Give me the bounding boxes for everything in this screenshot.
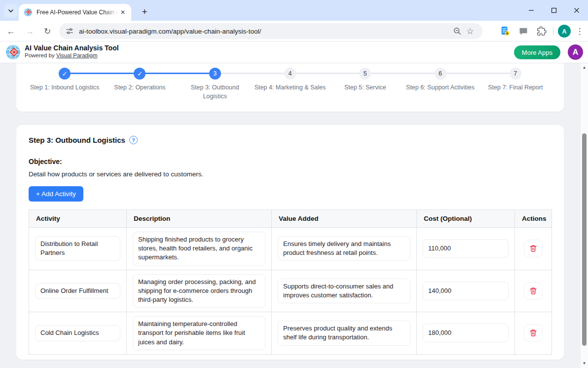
bookmark-star-icon[interactable]: ☆ bbox=[464, 25, 477, 38]
step-1-circle[interactable]: ✓ bbox=[59, 68, 71, 80]
extensions-button[interactable] bbox=[535, 24, 549, 38]
url-text[interactable]: ai-toolbox.visual-paradigm.com/app/value… bbox=[79, 28, 451, 35]
step-6-label: Step 6: Support Activities bbox=[404, 83, 478, 92]
description-input[interactable]: Managing order processing, packing, and … bbox=[133, 274, 265, 308]
stepper-step-5[interactable]: 5 Step 5: Service bbox=[328, 63, 403, 101]
stepper-step-1[interactable]: ✓ Step 1: Inbound Logistics bbox=[27, 63, 102, 101]
browser-menu-button[interactable]: ⋮ bbox=[575, 26, 584, 37]
step-3-circle[interactable]: 3 bbox=[209, 68, 221, 80]
activity-input[interactable]: Cold Chain Logistics bbox=[35, 325, 120, 341]
maximize-icon bbox=[551, 7, 557, 13]
puzzle-piece-icon bbox=[537, 26, 547, 36]
tab-search-button[interactable] bbox=[4, 4, 18, 18]
step-3-card: Step 3: Outbound Logistics ? Objective: … bbox=[16, 125, 564, 360]
browser-profile-avatar[interactable]: A bbox=[558, 25, 571, 38]
stepper-step-2[interactable]: ✓ Step 2: Operations bbox=[102, 63, 177, 101]
maximize-button[interactable] bbox=[543, 0, 565, 21]
step-5-circle[interactable]: 5 bbox=[359, 68, 371, 80]
chevron-down-icon bbox=[8, 8, 14, 14]
visual-paradigm-favicon-icon bbox=[24, 8, 33, 17]
delete-row-button[interactable] bbox=[524, 324, 543, 342]
step-3-label: Step 3: Outbound Logistics bbox=[188, 83, 242, 101]
add-activity-button[interactable]: + Add Activity bbox=[29, 186, 83, 202]
activity-input[interactable]: Online Order Fulfillment bbox=[35, 283, 120, 299]
description-input[interactable]: Shipping finished products to grocery st… bbox=[133, 232, 265, 266]
col-description: Description bbox=[127, 210, 272, 228]
offline-docs-button[interactable] bbox=[498, 24, 512, 38]
speech-bubble-icon bbox=[518, 26, 528, 36]
browser-titlebar: Free AI-Powered Value Chain An ✕ + bbox=[0, 0, 588, 21]
objective-label: Objective: bbox=[29, 158, 62, 165]
col-cost: Cost (Optional) bbox=[417, 210, 515, 228]
objective-text: Detail how products or services are deli… bbox=[29, 170, 203, 178]
step-7-label: Step 7: Final Report bbox=[478, 83, 552, 92]
stepper-connector bbox=[290, 73, 365, 74]
section-title-row: Step 3: Outbound Logistics ? bbox=[29, 136, 138, 144]
forward-button[interactable]: → bbox=[22, 23, 37, 39]
stepper: ✓ Step 1: Inbound Logistics ✓ Step 2: Op… bbox=[16, 63, 564, 101]
document-download-icon bbox=[500, 26, 511, 37]
stepper-step-7[interactable]: 7 Step 7: Final Report bbox=[478, 63, 553, 101]
cost-input[interactable]: 110,000 bbox=[423, 239, 509, 258]
page-scrollbar[interactable]: ▲ ▼ bbox=[581, 63, 588, 368]
table-row: Cold Chain Logistics Maintaining tempera… bbox=[29, 312, 552, 355]
scrollbar-thumb[interactable] bbox=[582, 133, 587, 346]
activity-input[interactable]: Distribution to Retail Partners bbox=[35, 236, 120, 261]
new-tab-button[interactable]: + bbox=[137, 4, 152, 19]
scroll-down-arrow-icon[interactable]: ▼ bbox=[581, 360, 588, 367]
page-content: ✓ Step 1: Inbound Logistics ✓ Step 2: Op… bbox=[0, 63, 588, 368]
comment-button[interactable] bbox=[516, 24, 530, 38]
stepper-connector bbox=[65, 73, 140, 74]
step-2-label: Step 2: Operations bbox=[103, 83, 177, 92]
check-icon: ✓ bbox=[62, 70, 68, 78]
cost-input[interactable]: 140,000 bbox=[423, 282, 509, 300]
browser-toolbar: ← → ↻ ai-toolbox.visual-paradigm.com/app… bbox=[0, 21, 588, 41]
delete-row-button[interactable] bbox=[524, 240, 543, 257]
help-icon[interactable]: ? bbox=[129, 136, 138, 144]
delete-row-button[interactable] bbox=[524, 282, 543, 300]
app-user-avatar[interactable]: A bbox=[568, 44, 583, 60]
value-added-input[interactable]: Supports direct-to-consumer sales and im… bbox=[278, 279, 410, 303]
stepper-step-3[interactable]: 3 Step 3: Outbound Logistics bbox=[178, 63, 253, 101]
close-window-button[interactable] bbox=[565, 0, 588, 21]
trash-icon bbox=[529, 287, 537, 295]
trash-icon bbox=[529, 245, 537, 252]
col-activity: Activity bbox=[29, 210, 127, 228]
minimize-button[interactable] bbox=[520, 0, 543, 21]
visual-paradigm-link[interactable]: Visual Paradigm bbox=[56, 52, 98, 58]
more-apps-button[interactable]: More Apps bbox=[514, 45, 560, 59]
minimize-icon bbox=[528, 7, 534, 13]
table-row: Distribution to Retail Partners Shipping… bbox=[29, 228, 552, 270]
scroll-up-arrow-icon[interactable]: ▲ bbox=[581, 64, 588, 71]
trash-icon bbox=[529, 329, 537, 337]
cost-input[interactable]: 180,000 bbox=[423, 324, 509, 342]
tab-close-icon[interactable]: ✕ bbox=[118, 8, 127, 17]
browser-tab[interactable]: Free AI-Powered Value Chain An ✕ bbox=[19, 4, 131, 21]
value-added-input[interactable]: Ensures timely delivery and maintains pr… bbox=[278, 236, 410, 261]
tab-title: Free AI-Powered Value Chain An bbox=[37, 9, 118, 16]
magnifier-minus-icon bbox=[453, 27, 462, 36]
col-value-added: Value Added bbox=[272, 210, 417, 228]
value-added-input[interactable]: Preserves product quality and extends sh… bbox=[278, 321, 410, 345]
stepper-connector bbox=[215, 73, 290, 74]
reload-button[interactable]: ↻ bbox=[39, 23, 55, 39]
stepper-step-4[interactable]: 4 Step 4: Marketing & Sales bbox=[253, 63, 328, 101]
powered-by: Powered by Visual Paradigm bbox=[25, 52, 119, 58]
app-titles: AI Value Chain Analysis Tool Powered by … bbox=[25, 43, 119, 58]
description-input[interactable]: Maintaining temperature-controlled trans… bbox=[133, 316, 265, 350]
step-4-circle[interactable]: 4 bbox=[284, 68, 296, 80]
site-info-icon[interactable] bbox=[65, 27, 74, 36]
step-1-label: Step 1: Inbound Logistics bbox=[28, 83, 102, 92]
step-6-circle[interactable]: 6 bbox=[435, 68, 446, 80]
stepper-step-6[interactable]: 6 Step 6: Support Activities bbox=[403, 63, 478, 101]
step-2-circle[interactable]: ✓ bbox=[134, 68, 146, 80]
activities-table: Activity Description Value Added Cost (O… bbox=[29, 209, 552, 355]
table-row: Online Order Fulfillment Managing order … bbox=[29, 270, 552, 312]
address-bar[interactable]: ai-toolbox.visual-paradigm.com/app/value… bbox=[59, 23, 482, 39]
step-7-circle[interactable]: 7 bbox=[510, 68, 521, 80]
section-title: Step 3: Outbound Logistics bbox=[29, 136, 125, 144]
stepper-connector bbox=[140, 73, 215, 74]
zoom-out-page-button[interactable] bbox=[451, 25, 464, 38]
back-button[interactable]: ← bbox=[3, 23, 19, 39]
toolbar-divider bbox=[553, 27, 553, 36]
